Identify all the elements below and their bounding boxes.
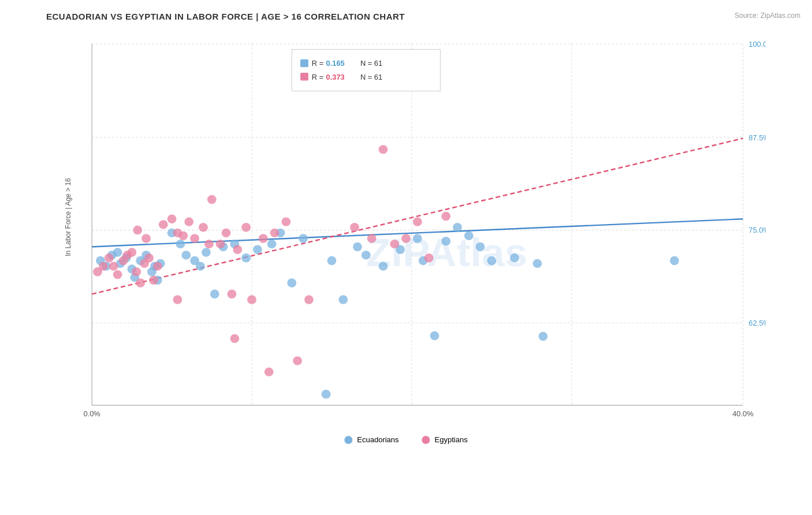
dot-ecu <box>253 245 262 254</box>
x-tick-40: 40.0% <box>732 410 753 418</box>
dot-ecu <box>267 240 277 248</box>
dot-egy <box>230 334 239 343</box>
scatter-plot: .grid-line { stroke: #ddd; stroke-width:… <box>46 27 766 450</box>
y-tick-75: 75.0% <box>748 227 766 235</box>
dot-egy <box>159 220 168 229</box>
x-tick-0: 0.0% <box>83 410 100 418</box>
y-axis-label: In Labor Force | Age > 16 <box>64 178 72 257</box>
dot-egy <box>207 195 217 204</box>
dot-ecu <box>538 332 547 341</box>
dot-ecu <box>241 253 251 262</box>
dot-ecu <box>210 290 219 298</box>
dot-egy <box>153 262 162 270</box>
dot-egy <box>270 229 280 237</box>
dot-egy <box>173 295 182 304</box>
dot-ecu <box>453 223 462 232</box>
legend-ecuadorians: Ecuadorians <box>344 435 398 444</box>
dot-egy <box>233 245 242 254</box>
ecuadorians-swatch <box>344 436 352 444</box>
dot-egy <box>199 223 208 232</box>
dot-egy <box>149 276 158 285</box>
legend-r2-val: 0.373 <box>326 73 345 81</box>
legend-n2: N = 61 <box>360 73 382 81</box>
legend-egyptians: Egyptians <box>422 435 468 444</box>
dot-egy <box>227 290 236 298</box>
dot-ecu <box>379 262 388 270</box>
dot-egy <box>441 212 450 221</box>
dot-ecu <box>441 237 450 245</box>
dot-ecu <box>670 256 679 265</box>
dot-egy <box>293 356 302 365</box>
dot-egy <box>281 217 290 226</box>
dot-egy <box>133 226 142 234</box>
legend-box <box>292 50 440 91</box>
watermark: ZIPAtlas <box>366 230 528 275</box>
bottom-legend: Ecuadorians Egyptians <box>344 435 467 444</box>
dot-egy <box>105 253 114 262</box>
dot-egy <box>401 234 411 242</box>
dot-ecu <box>299 234 308 242</box>
dot-ecu <box>181 251 191 259</box>
egyptians-swatch <box>422 436 430 444</box>
chart-title: ECUADORIAN VS EGYPTIAN IN LABOR FORCE | … <box>46 12 766 21</box>
y-tick-100: 100.0% <box>748 40 766 48</box>
dot-ecu <box>353 242 362 251</box>
dot-egy <box>109 262 118 270</box>
dot-egy <box>190 234 199 242</box>
dot-egy <box>167 215 177 223</box>
y-tick-875: 87.5% <box>748 134 766 142</box>
dot-egy <box>99 262 108 270</box>
dot-ecu <box>338 295 348 304</box>
dot-egy <box>127 248 136 256</box>
dot-ecu <box>322 390 331 398</box>
dot-egy <box>136 278 145 287</box>
dot-egy <box>259 234 268 242</box>
dot-egy <box>265 367 274 376</box>
legend-r1-val: 0.165 <box>326 60 345 68</box>
chart-area: In Labor Force | Age > 16 .grid-line { s… <box>46 27 766 450</box>
dot-ecu <box>327 256 337 265</box>
dot-ecu <box>202 248 211 256</box>
dot-egy <box>178 231 188 240</box>
dot-egy <box>424 253 434 262</box>
dot-egy <box>390 240 399 248</box>
dot-ecu <box>362 251 371 259</box>
dot-egy <box>247 295 256 304</box>
dot-ecu <box>487 256 496 265</box>
y-tick-625: 62.5% <box>748 319 766 327</box>
dot-egy <box>413 217 422 226</box>
dot-egy <box>184 217 193 226</box>
dot-egy <box>367 234 377 242</box>
dot-ecu <box>413 234 422 242</box>
dot-egy <box>350 223 359 232</box>
dot-egy <box>304 295 314 304</box>
dot-egy <box>241 223 251 232</box>
dot-egy <box>144 253 154 262</box>
dot-ecu <box>464 231 474 240</box>
legend-swatch-egy <box>300 73 308 80</box>
dot-ecu <box>510 253 519 262</box>
legend-swatch-ecu <box>300 59 308 67</box>
dot-egy <box>222 229 231 237</box>
dot-egy <box>379 145 388 154</box>
ecuadorians-label: Ecuadorians <box>357 435 398 444</box>
legend-r2: R = <box>312 73 323 81</box>
egyptians-label: Egyptians <box>435 435 468 444</box>
dot-egy <box>216 240 225 248</box>
chart-container: ECUADORIAN VS EGYPTIAN IN LABOR FORCE | … <box>0 0 812 515</box>
source-text: Source: ZipAtlas.com <box>735 12 800 20</box>
dot-ecu <box>430 331 439 340</box>
dot-egy <box>204 240 214 248</box>
dot-egy <box>141 234 151 242</box>
dot-ecu <box>287 278 296 287</box>
dot-ecu <box>113 248 122 256</box>
dot-ecu <box>176 240 185 248</box>
legend-n1: N = 61 <box>360 60 382 68</box>
dot-egy <box>113 270 122 279</box>
dot-ecu <box>533 259 542 268</box>
legend-r1: R = <box>312 60 323 68</box>
dot-ecu <box>476 242 485 251</box>
dot-ecu <box>196 262 205 270</box>
dot-egy <box>132 267 141 276</box>
